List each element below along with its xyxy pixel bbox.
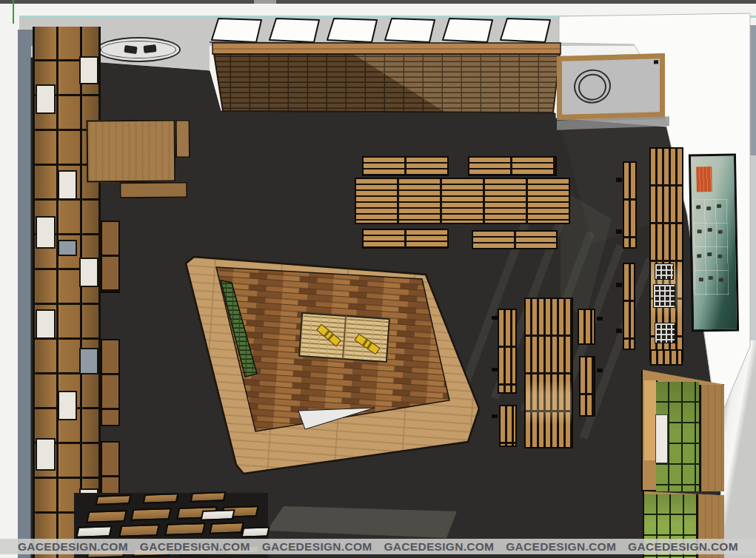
bench xyxy=(579,356,595,417)
bench xyxy=(499,405,517,447)
shelf-cube-white xyxy=(58,391,77,420)
bench xyxy=(472,230,558,249)
wire-basket xyxy=(655,323,675,343)
shelf-cube-white xyxy=(36,84,56,114)
display-tray xyxy=(95,494,131,505)
table-support xyxy=(597,317,603,320)
display-tray-white xyxy=(200,509,235,521)
display-tray xyxy=(209,522,244,534)
bench xyxy=(578,309,595,345)
shelf-cube-gray xyxy=(58,240,77,256)
desk-lower-step xyxy=(119,181,187,198)
watermark-text: GACEDESIGN.COM xyxy=(140,541,250,553)
reception-desk xyxy=(85,116,191,198)
table-support xyxy=(616,283,622,287)
long-table xyxy=(355,178,570,224)
table-support xyxy=(492,316,498,320)
wood-stool xyxy=(650,349,683,366)
poster-seal-orange xyxy=(696,167,712,192)
wire-basket xyxy=(655,263,674,280)
wire-basket xyxy=(653,284,675,308)
bench xyxy=(362,156,449,176)
table-support xyxy=(597,369,603,372)
clerestory-windows xyxy=(210,19,561,44)
shelf-cube-white xyxy=(36,309,56,339)
shelf-cube-white xyxy=(36,216,56,249)
poster-grid-lines xyxy=(693,199,729,296)
shelf-cube-white xyxy=(79,56,98,84)
counter-unit xyxy=(557,53,665,120)
poster-figure-marks xyxy=(696,205,700,209)
display-tray xyxy=(130,508,172,521)
long-table xyxy=(524,298,573,448)
green-bookshelf-upper xyxy=(641,367,724,491)
display-tray xyxy=(142,493,178,504)
table-support xyxy=(616,329,622,333)
lounge-chair-2 xyxy=(144,44,157,53)
shelf-cube-white xyxy=(79,258,98,287)
slatted-ceiling-panel xyxy=(213,43,561,112)
table-support xyxy=(492,414,498,418)
rug-inner-ring xyxy=(101,41,176,58)
table-support xyxy=(616,178,622,182)
bench xyxy=(468,156,557,176)
display-tray-white xyxy=(76,525,113,538)
shelf-cube-white xyxy=(58,170,77,200)
shelf-cube-gray xyxy=(79,348,98,374)
desk-side-return xyxy=(175,119,190,158)
left-cube-shelving xyxy=(33,27,101,558)
bench xyxy=(623,161,637,249)
table-support xyxy=(492,368,498,372)
watermark-bar: GACEDESIGN.COM GACEDESIGN.COM GACEDESIGN… xyxy=(0,539,756,554)
watermark-text: GACEDESIGN.COM xyxy=(506,541,616,553)
bench xyxy=(362,229,449,249)
watermark-text: GACEDESIGN.COM xyxy=(262,541,372,553)
bench xyxy=(623,263,635,350)
shelf-cube-white xyxy=(36,438,56,471)
shelf-white-panel xyxy=(655,414,668,463)
oval-rug xyxy=(96,37,181,62)
shelf-protrusion xyxy=(101,221,120,293)
platform-display-table xyxy=(299,313,389,362)
display-tray xyxy=(190,491,226,502)
shelf-protrusion xyxy=(101,339,120,426)
table-light-band xyxy=(526,380,572,425)
wall-art-poster xyxy=(689,153,739,332)
table-support xyxy=(616,229,622,234)
lounge-chair-1 xyxy=(124,45,137,54)
display-tray xyxy=(118,524,160,537)
interior-render-viewport: GACEDESIGN.COM GACEDESIGN.COM GACEDESIGN… xyxy=(0,0,756,558)
watermark-text: GACEDESIGN.COM xyxy=(628,541,738,553)
counter-knob xyxy=(654,60,658,64)
display-tray xyxy=(164,522,206,536)
shelf-wood-side xyxy=(699,385,724,493)
bench xyxy=(498,309,517,394)
watermark-text: GACEDESIGN.COM xyxy=(18,541,128,553)
watermark-text: GACEDESIGN.COM xyxy=(384,541,494,553)
desk-top xyxy=(87,120,176,183)
display-tray xyxy=(86,510,127,523)
display-tray-white xyxy=(241,526,270,537)
